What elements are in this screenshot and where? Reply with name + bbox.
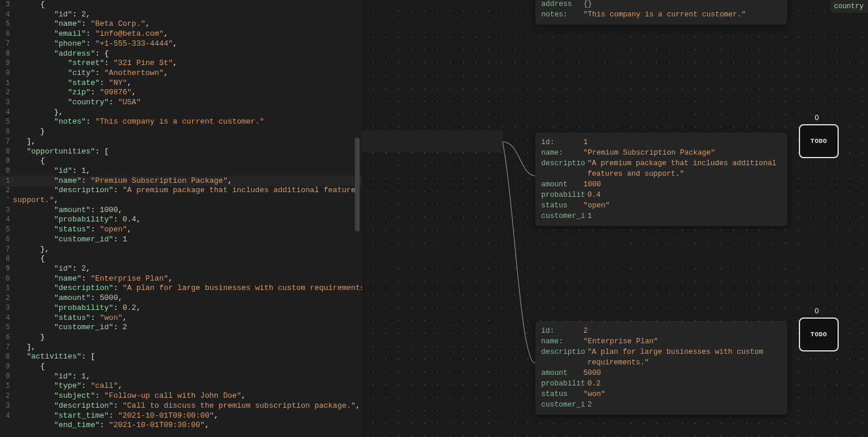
node-value: 1 — [587, 211, 592, 221]
graph-node-stub[interactable] — [362, 130, 503, 152]
vertical-scrollbar-thumb[interactable] — [355, 138, 360, 231]
node-key: notes: — [541, 9, 583, 20]
node-key: name: — [541, 336, 583, 347]
node-key: amount — [541, 368, 583, 378]
node-value: 1 — [583, 137, 588, 148]
node-value: 2 — [587, 400, 592, 410]
todo-node-2[interactable]: TODO — [799, 317, 839, 351]
node-value: 2 — [583, 326, 588, 336]
node-port-label: O — [815, 114, 819, 122]
node-port-label: O — [815, 308, 819, 316]
node-key: descriptio — [541, 347, 587, 368]
node-key: id: — [541, 137, 583, 148]
node-key: probabilit — [541, 378, 587, 389]
graph-canvas[interactable]: address{} notes:"This company is a curre… — [362, 0, 868, 437]
graph-node-opportunity-1[interactable]: id:1name:"Premium Subscription Package"d… — [535, 132, 787, 226]
node-value: 0.2 — [587, 378, 601, 389]
node-value: "Enterprise Plan" — [583, 336, 658, 347]
node-value: "won" — [583, 389, 606, 400]
node-key: status — [541, 200, 583, 211]
graph-node-country[interactable]: country " — [831, 0, 868, 13]
node-value: "Premium Subscription Package" — [583, 148, 715, 158]
node-value: "open" — [583, 200, 610, 211]
node-key: name: — [541, 148, 583, 158]
node-value: "A premium package that includes additio… — [587, 158, 781, 179]
code-editor[interactable]: 34567890123456789012 3456789012345678901… — [0, 0, 362, 437]
node-value: 1000 — [583, 179, 601, 190]
node-key: address — [541, 0, 583, 9]
node-key: customer_i — [541, 211, 587, 221]
fold-gutter[interactable]: ˅ ˅ ˅˅ ˅ ˅ ˅˅ — [6, 0, 12, 431]
graph-node-opportunity-2[interactable]: id:2name:"Enterprise Plan"descriptio"A p… — [535, 321, 787, 415]
todo-node-1[interactable]: TODO — [799, 124, 839, 158]
node-value: 5000 — [583, 368, 601, 378]
node-key: customer_i — [541, 400, 587, 410]
node-key: descriptio — [541, 158, 587, 179]
node-key: amount — [541, 179, 583, 190]
node-value: "This company is a current customer." — [583, 9, 746, 20]
node-key: country — [834, 2, 863, 11]
node-value: {} — [583, 0, 592, 9]
node-value: "A plan for large businesses with custom… — [587, 347, 781, 368]
node-key: status — [541, 389, 583, 400]
node-value: 0.4 — [587, 190, 601, 200]
node-key: id: — [541, 326, 583, 336]
node-key: probabilit — [541, 190, 587, 200]
code-content[interactable]: { "id": 2, "name": "Beta Corp.", "email"… — [13, 0, 362, 431]
graph-node-customer[interactable]: address{} notes:"This company is a curre… — [535, 0, 787, 25]
